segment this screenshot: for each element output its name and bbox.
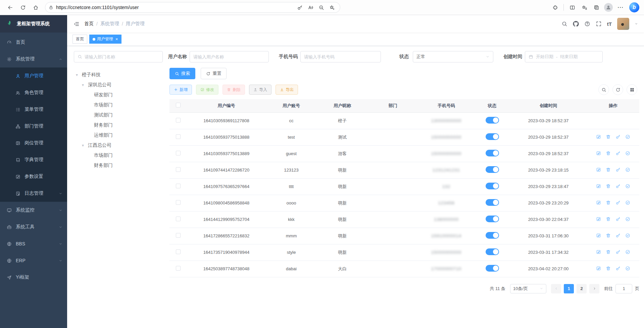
删除-button[interactable]: 删除 [222,85,245,95]
tree-node-研发部门[interactable]: ▾ 研发部门 [74,90,163,100]
date-range-picker[interactable]: 开始日期 - 结束日期 [525,51,603,62]
row-checkbox[interactable] [176,249,181,254]
url-text[interactable]: https://ccnetcore.com:1101/system/user [56,5,295,10]
row-trash-button[interactable] [606,266,611,271]
sidebar-item-首页[interactable]: 首页 [0,34,67,51]
row-key-button[interactable] [615,134,621,139]
tab-用户管理[interactable]: 用户管理 × [89,35,121,44]
search-button[interactable]: 搜索 [169,68,195,79]
font-size-button[interactable]: tT [607,21,612,27]
breadcrumb-item[interactable]: 用户管理 [126,21,145,27]
table-grid-button[interactable] [627,84,637,95]
tree-node-橙子科技[interactable]: ▾ 橙子科技 [74,70,163,80]
tree-node-财务部门[interactable]: ▾ 财务部门 [74,160,163,171]
tree-node-运维部门[interactable]: ▾ 运维部门 [74,130,163,140]
reload-button[interactable] [17,2,28,13]
sidebar-item-参数设置[interactable]: 参数设置 [0,168,67,185]
back-arrow-button[interactable] [5,2,15,13]
修改-button[interactable]: 修改 [196,85,218,95]
table-refresh-button[interactable] [612,84,623,95]
row-key-button[interactable] [615,151,621,156]
address-bar[interactable]: https://ccnetcore.com:1101/system/user [45,2,340,13]
row-checkbox[interactable] [176,151,181,155]
username-input[interactable] [190,51,269,62]
sidebar-item-ERP[interactable]: ERP [0,252,67,269]
row-checkbox[interactable] [176,266,181,271]
row-edit-button[interactable] [596,249,601,254]
sidebar-toggle-icon[interactable] [73,21,80,27]
status-select[interactable]: 正常 [413,51,493,62]
row-key-button[interactable] [615,200,621,205]
row-edit-button[interactable] [596,217,601,222]
page-size-select[interactable]: 10条/页 [510,284,546,293]
row-key-button[interactable] [615,233,621,238]
split-screen-button[interactable] [567,2,578,13]
row-check-circle-button[interactable] [625,184,630,189]
row-check-circle-button[interactable] [625,233,630,238]
sidebar-item-Yi框架[interactable]: Yi框架 [0,269,67,286]
phone-field[interactable] [304,54,377,59]
row-check-circle-button[interactable] [625,151,630,156]
sidebar-item-菜单管理[interactable]: 菜单管理 [0,101,67,118]
profile-button[interactable] [603,2,614,13]
sidebar-item-系统工具[interactable]: 系统工具 [0,219,67,235]
row-key-button[interactable] [615,249,621,254]
breadcrumb-item[interactable]: 首页 [84,21,94,27]
row-edit-button[interactable] [596,151,601,156]
status-toggle[interactable] [486,117,499,124]
sidebar-item-角色管理[interactable]: 角色管理 [0,84,67,101]
status-toggle[interactable] [486,150,499,156]
tree-caret-icon[interactable]: ▾ [76,73,82,77]
dept-name-field[interactable] [85,54,159,59]
phone-input[interactable] [300,51,381,62]
row-trash-button[interactable] [606,200,611,205]
row-checkbox[interactable] [176,167,181,172]
row-key-button[interactable] [615,184,621,189]
tree-caret-icon[interactable]: ▾ [82,143,88,148]
more-menu-button[interactable]: ⋯ [615,2,626,13]
row-key-button[interactable] [615,217,621,222]
sidebar-item-BBS[interactable]: BBS [0,235,67,252]
status-toggle[interactable] [486,199,499,206]
dept-search-input[interactable] [74,51,163,62]
copilot-button[interactable]: b [629,2,639,12]
row-trash-button[interactable] [606,249,611,254]
status-toggle[interactable] [486,232,499,239]
prev-page-button[interactable] [551,284,561,293]
row-check-circle-button[interactable] [625,249,630,254]
row-trash-button[interactable] [606,134,611,139]
row-key-button[interactable] [615,167,621,172]
page-2-button[interactable]: 2 [577,284,587,293]
row-checkbox[interactable] [176,217,181,221]
read-aloud-button[interactable] [306,3,315,12]
sidebar-item-系统监控[interactable]: 系统监控 [0,202,67,219]
row-edit-button[interactable] [596,200,601,205]
sidebar-item-岗位管理[interactable]: 岗位管理 [0,135,67,151]
username-field[interactable] [193,54,265,59]
sidebar-item-字典管理[interactable]: 字典管理 [0,151,67,168]
tree-node-深圳总公司[interactable]: ▾ 深圳总公司 [74,80,163,90]
tree-node-财务部门[interactable]: ▾ 财务部门 [74,120,163,130]
tree-node-江西总公司[interactable]: ▾ 江西总公司 [74,140,163,150]
row-checkbox[interactable] [176,233,181,238]
status-toggle[interactable] [486,248,499,255]
fullscreen-button[interactable] [596,21,602,27]
table-search-button[interactable] [598,84,609,95]
home-button[interactable] [30,2,41,13]
row-check-circle-button[interactable] [625,266,630,271]
row-check-circle-button[interactable] [625,217,630,222]
row-checkbox[interactable] [176,200,181,205]
tree-node-市场部门[interactable]: ▾ 市场部门 [74,150,163,160]
status-toggle[interactable] [486,265,499,272]
tab-close-icon[interactable]: × [115,37,118,42]
select-all-checkbox[interactable] [176,103,181,107]
question-button[interactable] [584,21,590,27]
row-trash-button[interactable] [606,184,611,189]
row-checkbox[interactable] [176,184,181,188]
collections-button[interactable] [591,2,602,13]
zoom-out-button[interactable] [316,3,326,12]
row-trash-button[interactable] [606,151,611,156]
favorite-add-button[interactable] [327,3,337,12]
row-key-button[interactable] [615,266,621,271]
row-edit-button[interactable] [596,266,601,271]
